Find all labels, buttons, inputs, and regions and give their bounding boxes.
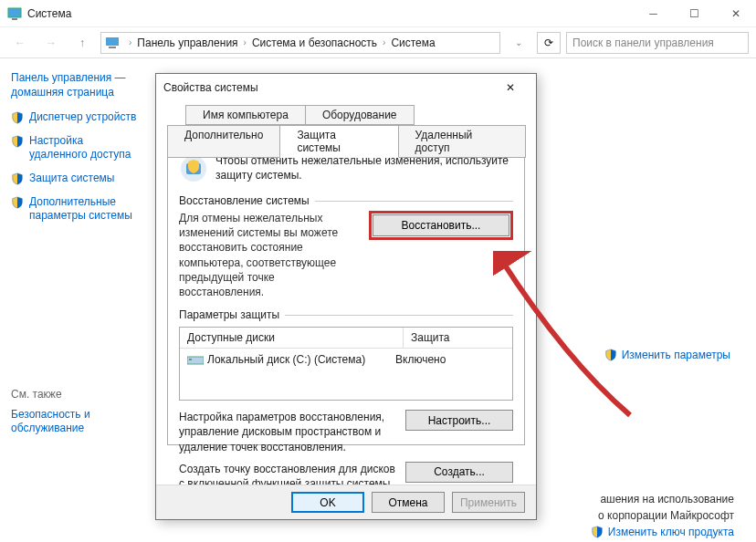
protection-group-label: Параметры защиты — [179, 308, 513, 321]
breadcrumb-item[interactable]: Панель управления — [137, 36, 237, 49]
change-product-key-link[interactable]: Изменить ключ продукта — [591, 526, 734, 538]
ok-button[interactable]: OK — [291, 492, 364, 513]
svg-rect-7 — [189, 359, 192, 360]
security-maintenance-link[interactable]: Безопасность и обслуживание — [11, 408, 144, 436]
maximize-button[interactable]: ☐ — [674, 0, 715, 27]
history-dropdown[interactable]: ⌄ — [506, 30, 531, 56]
tab-computer-name[interactable]: Имя компьютера — [185, 105, 306, 125]
search-input[interactable]: Поиск в панели управления — [566, 32, 749, 54]
refresh-button[interactable]: ⟳ — [537, 32, 561, 54]
tab-panel: Чтобы отменить нежелательные изменения, … — [167, 144, 525, 445]
sidebar: Панель управления — домашняя страница Ди… — [0, 58, 155, 542]
remote-settings-link[interactable]: Настройка удаленного доступа — [11, 134, 144, 162]
tab-remote[interactable]: Удаленный доступ — [398, 125, 526, 158]
svg-rect-2 — [106, 37, 119, 46]
footer-microsoft-partial: о корпорации Майкрософт — [598, 509, 734, 522]
back-button[interactable]: ← — [7, 30, 33, 56]
system-properties-dialog: Свойства системы ✕ Имя компьютера Оборуд… — [155, 73, 537, 520]
apply-button[interactable]: Применить — [452, 492, 525, 513]
restore-button[interactable]: Восстановить... — [373, 214, 509, 236]
shield-icon — [11, 172, 24, 185]
footer-license-partial: ашения на использование — [600, 493, 734, 506]
control-panel-home-link[interactable]: Панель управления — домашняя страница — [11, 71, 144, 99]
device-manager-link[interactable]: Диспетчер устройств — [11, 110, 144, 125]
shield-icon — [11, 196, 24, 209]
svg-rect-0 — [8, 8, 21, 17]
system-icon — [7, 6, 22, 21]
window-title: Система — [27, 7, 71, 20]
close-button[interactable]: ✕ — [715, 0, 756, 27]
forward-button[interactable]: → — [38, 30, 64, 56]
drive-protection-status: Включено — [395, 353, 505, 366]
shield-icon — [11, 135, 24, 148]
dialog-title: Свойства системы — [163, 81, 258, 94]
system-protection-icon — [179, 154, 208, 183]
restore-description: Для отмены нежелательных изменений систе… — [179, 211, 360, 299]
svg-rect-3 — [109, 47, 116, 48]
intro-text: Чтобы отменить нежелательные изменения, … — [215, 154, 513, 183]
drive-row[interactable]: Локальный диск (C:) (Система) Включено — [180, 349, 512, 370]
svg-rect-1 — [12, 18, 17, 20]
minimize-button[interactable]: ─ — [633, 0, 674, 27]
system-protection-link[interactable]: Защита системы — [11, 172, 144, 186]
dialog-close-button[interactable]: ✕ — [492, 75, 529, 100]
create-description: Создать точку восстановления для дисков … — [179, 462, 396, 485]
restore-group-label: Восстановление системы — [179, 194, 513, 207]
cancel-button[interactable]: Отмена — [372, 492, 445, 513]
see-also-label: См. также — [11, 388, 144, 401]
advanced-settings-link[interactable]: Дополнительные параметры системы — [11, 195, 144, 224]
dialog-footer: OK Отмена Применить — [156, 485, 536, 519]
address-bar[interactable]: › Панель управления › Система и безопасн… — [100, 32, 500, 54]
tab-advanced[interactable]: Дополнительно — [167, 125, 280, 158]
change-parameters-link[interactable]: Изменить параметры — [604, 349, 730, 361]
drives-header-protection: Защита — [403, 328, 512, 348]
up-button[interactable]: ↑ — [69, 30, 95, 56]
navigation-bar: ← → ↑ › Панель управления › Система и бе… — [0, 27, 756, 58]
configure-description: Настройка параметров восстановления, упр… — [179, 410, 396, 454]
breadcrumb-item[interactable]: Система и безопасность — [252, 36, 377, 49]
drive-icon — [187, 353, 204, 366]
shield-icon — [11, 111, 24, 124]
annotation-highlight: Восстановить... — [369, 211, 513, 240]
shield-icon — [591, 526, 604, 538]
create-button[interactable]: Создать... — [405, 462, 513, 483]
drives-list: Доступные диски Защита Локальный диск (C… — [179, 327, 513, 401]
drives-header-drive: Доступные диски — [180, 328, 403, 348]
tab-strip: Имя компьютера Оборудование Дополнительн… — [167, 105, 525, 145]
shield-icon — [604, 349, 617, 361]
tab-system-protection[interactable]: Защита системы — [279, 125, 398, 158]
drive-name: Локальный диск (C:) (Система) — [207, 353, 365, 366]
tab-hardware[interactable]: Оборудование — [305, 105, 415, 125]
window-titlebar: Система ─ ☐ ✕ — [0, 0, 756, 27]
dialog-titlebar: Свойства системы ✕ — [156, 74, 536, 101]
pc-icon — [105, 36, 120, 50]
breadcrumb-item[interactable]: Система — [391, 36, 435, 49]
configure-button[interactable]: Настроить... — [405, 410, 513, 431]
